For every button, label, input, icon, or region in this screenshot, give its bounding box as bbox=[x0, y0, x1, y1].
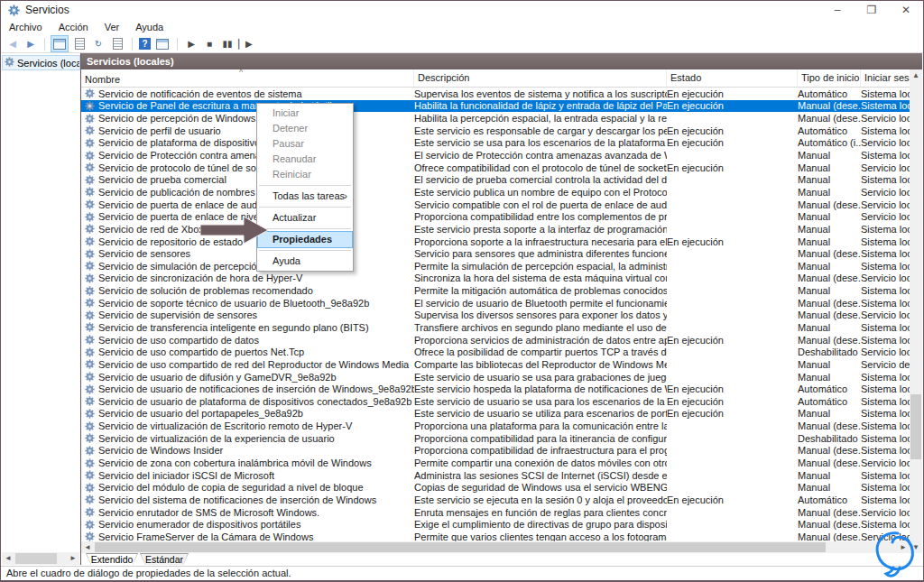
forward-icon[interactable]: ▶ bbox=[23, 37, 38, 51]
column-header-descripcion[interactable]: Descripción bbox=[414, 69, 667, 87]
service-row[interactable]: Servicio de usuario de notificaciones de… bbox=[81, 383, 910, 395]
maximize-button[interactable]: ❐ bbox=[855, 1, 889, 19]
service-row[interactable]: Servicio de notificación de eventos de s… bbox=[81, 88, 910, 100]
show-console-tree-icon[interactable] bbox=[51, 36, 68, 51]
sidebar-scroll-thumb[interactable] bbox=[15, 553, 57, 564]
service-row[interactable]: Servicio de prueba comercialEl servicio … bbox=[81, 173, 910, 186]
menu-ver[interactable]: Ver bbox=[97, 20, 128, 34]
context-menu-item-detener[interactable]: Detener bbox=[257, 121, 353, 136]
column-header-estado[interactable]: Estado bbox=[667, 69, 798, 87]
back-icon[interactable]: ◀ bbox=[5, 37, 20, 51]
column-header-tipo-de-inicio[interactable]: Tipo de inicio bbox=[798, 69, 861, 87]
sep2 bbox=[132, 38, 133, 51]
tab-extendido[interactable]: Extendido bbox=[86, 553, 138, 565]
service-name: Servicio enumerador de dispositivos port… bbox=[98, 519, 300, 530]
service-row[interactable]: Servicio de usuario de difusión y GameDV… bbox=[81, 371, 910, 383]
service-row[interactable]: Servicio de zona con cobertura inalámbri… bbox=[81, 457, 910, 469]
sidebar-horizontal-scrollbar[interactable]: ◄ ► bbox=[2, 552, 79, 565]
service-log-on-as: Servicio local bbox=[861, 162, 910, 173]
service-row[interactable]: Servicio de supervisión de sensoresSuper… bbox=[81, 309, 910, 322]
export-list-icon[interactable] bbox=[71, 36, 88, 51]
service-row[interactable]: Servicio de uso compartido de puertos Ne… bbox=[81, 346, 910, 358]
context-menu-item-reanudar[interactable]: Reanudar bbox=[257, 152, 353, 167]
service-row[interactable]: Servicio enrutador de SMS de Microsoft W… bbox=[81, 506, 910, 519]
service-row[interactable]: Servicio de usuario del portapapeles_9e8… bbox=[81, 408, 910, 420]
menu-accion[interactable]: Acción bbox=[51, 20, 97, 34]
service-description: Supervisa los diversos sensores para exp… bbox=[414, 309, 667, 320]
service-startup-type: Manual bbox=[798, 174, 861, 185]
service-log-on-as: Sistema local bbox=[861, 372, 910, 383]
service-row[interactable]: Servicio de transferencia inteligente en… bbox=[81, 321, 910, 334]
start-service-icon[interactable]: ▶ bbox=[184, 37, 199, 51]
service-row[interactable]: Servicio de Protección contra amenazas a… bbox=[81, 149, 910, 162]
properties-window-icon[interactable] bbox=[154, 36, 171, 51]
pause-service-icon[interactable]: ▮▮ bbox=[220, 37, 235, 51]
refresh-icon[interactable]: ↻ bbox=[91, 37, 106, 51]
tab-estandar[interactable]: Estándar bbox=[140, 553, 189, 565]
service-gear-icon bbox=[85, 433, 95, 443]
service-row[interactable]: Servicio de simulación de percepción de … bbox=[81, 260, 910, 273]
sidebar-scroll-right-icon[interactable]: ► bbox=[67, 552, 79, 564]
scroll-left-icon[interactable]: ◄ bbox=[81, 541, 94, 553]
service-row[interactable]: Servicio de protocolo de túnel de socket… bbox=[81, 162, 910, 174]
horizontal-scroll-thumb[interactable] bbox=[95, 542, 826, 552]
submenu-arrow-icon: › bbox=[344, 189, 347, 204]
service-log-on-as: Sistema local bbox=[861, 125, 910, 136]
horizontal-scrollbar[interactable]: ◄ ► bbox=[81, 541, 910, 553]
service-row[interactable]: Servicio de virtualización de Escritorio… bbox=[81, 420, 910, 432]
context-menu-item-actualizar[interactable]: Actualizar bbox=[257, 210, 353, 226]
service-row[interactable]: Servicio de publicación de nombres de eq… bbox=[81, 186, 910, 199]
stop-service-icon[interactable]: ■ bbox=[202, 37, 217, 51]
context-menu-item-ayuda[interactable]: Ayuda bbox=[257, 254, 353, 269]
minimize-button[interactable]: – bbox=[820, 1, 855, 19]
context-menu-item-iniciar[interactable]: Iniciar bbox=[257, 106, 353, 121]
service-row[interactable]: Servicio del módulo de copia de segurida… bbox=[81, 482, 910, 494]
export-icon[interactable] bbox=[109, 36, 125, 51]
service-row[interactable]: Servicio de percepción de WindowsHabilit… bbox=[81, 112, 910, 125]
service-row[interactable]: Servicio de soporte técnico de usuario d… bbox=[81, 297, 910, 309]
service-description: Copias de seguridad de Windows usa el se… bbox=[414, 482, 667, 493]
service-row[interactable]: Servicio de plataforma de dispositivos c… bbox=[81, 137, 910, 150]
service-log-on-as: Sistema local bbox=[861, 261, 910, 272]
service-description: Transfiere archivos en segundo plano med… bbox=[414, 322, 667, 333]
service-row[interactable]: Servicio de perfil de usuarioEste servic… bbox=[81, 125, 910, 137]
toolbar: ◀▶↻?▶■▮▮▏▶ bbox=[1, 35, 923, 53]
service-row[interactable]: Servicio del sistema de notificaciones d… bbox=[81, 494, 910, 506]
service-gear-icon bbox=[85, 335, 95, 345]
service-row[interactable]: Servicio de solución de problemas recome… bbox=[81, 284, 910, 297]
column-header-iniciar-sesion[interactable]: Iniciar sesión co bbox=[861, 69, 910, 87]
service-row[interactable]: Servicio de usuario de plataforma de dis… bbox=[81, 395, 910, 408]
context-menu-item-pausar[interactable]: Pausar bbox=[257, 136, 353, 152]
menu-archivo[interactable]: Archivo bbox=[1, 20, 51, 34]
service-name: Servicio de virtualización de la experie… bbox=[98, 433, 335, 444]
scroll-up-icon[interactable]: ▲ bbox=[910, 69, 922, 81]
service-row[interactable]: Servicio de sincronización de hora de Hy… bbox=[81, 273, 910, 285]
help-icon[interactable]: ? bbox=[139, 38, 151, 50]
menu-ayuda[interactable]: Ayuda bbox=[127, 20, 171, 34]
vertical-scroll-thumb[interactable] bbox=[910, 394, 921, 459]
service-gear-icon bbox=[85, 249, 95, 259]
restart-service-icon[interactable]: ▏▶ bbox=[238, 37, 253, 51]
service-row[interactable]: Servicio de Windows InsiderProporciona c… bbox=[81, 445, 910, 457]
sidebar-item-servicios-locales[interactable]: Servicios (locales) bbox=[3, 56, 79, 69]
close-button[interactable]: ✕ bbox=[889, 1, 923, 19]
service-row[interactable]: Servicio de puerta de enlace de audio de… bbox=[81, 199, 910, 211]
service-row[interactable]: Servicio del iniciador iSCSI de Microsof… bbox=[81, 469, 910, 482]
service-row[interactable]: Servicio de uso compartido de datosPropo… bbox=[81, 334, 910, 346]
service-log-on-as: Sistema local bbox=[861, 298, 910, 309]
service-row[interactable]: Servicio de virtualización de la experie… bbox=[81, 432, 910, 445]
context-menu-item-propiedades[interactable]: Propiedades bbox=[258, 232, 352, 247]
context-menu-item-reiniciar[interactable]: Reiniciar bbox=[257, 167, 353, 182]
vertical-scrollbar[interactable]: ▲ ▼ bbox=[910, 69, 922, 553]
context-menu-item-todas-las-tareas[interactable]: Todas las tareas› bbox=[257, 189, 353, 204]
sidebar-scroll-left-icon[interactable]: ◄ bbox=[2, 552, 14, 564]
service-row[interactable]: Servicio de sensoresServicio para sensor… bbox=[81, 247, 910, 260]
column-header-nombre[interactable]: Nombre ^ bbox=[81, 69, 414, 87]
service-description: Proporciona una plataforma para la comun… bbox=[414, 420, 667, 431]
service-row[interactable]: Servicio de uso compartido de red del Re… bbox=[81, 358, 910, 371]
service-log-on-as: Servicio local bbox=[861, 309, 910, 320]
service-name: Servicio del iniciador iSCSI de Microsof… bbox=[98, 470, 274, 481]
service-startup-type: Automático bbox=[798, 88, 861, 99]
service-row[interactable]: Servicio de Panel de escritura a mano y … bbox=[81, 100, 910, 113]
service-row[interactable]: Servicio enumerador de dispositivos port… bbox=[81, 518, 910, 531]
